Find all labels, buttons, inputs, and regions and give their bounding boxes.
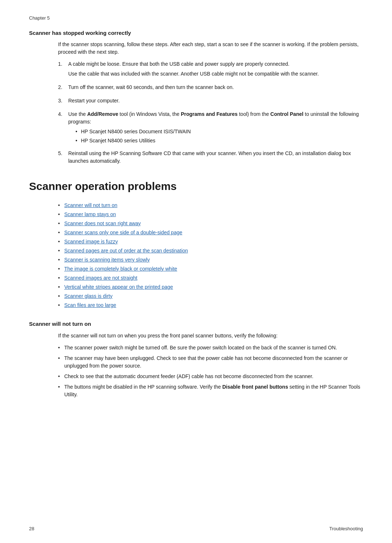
toc-link-11[interactable]: Scanner glass is dirty: [64, 292, 113, 300]
step-3: 3. Restart your computer.: [58, 97, 363, 107]
toc-item-2[interactable]: Scanner lamp stays on: [58, 211, 363, 218]
scanner-not-turn-on-bullets: The scanner power switch might be turned…: [58, 344, 363, 398]
toc-link-4[interactable]: Scanner scans only one side of a double-…: [64, 229, 182, 236]
bullet-power-switch-text: The scanner power switch might be turned…: [64, 344, 337, 352]
step-3-num: 3.: [58, 97, 68, 105]
page: Chapter 5 Scanner has stopped working co…: [0, 0, 392, 543]
bullet-adf-cable-text: Check to see that the automatic document…: [64, 373, 313, 380]
toc-link-9[interactable]: Scanned images are not straight: [64, 274, 138, 282]
step-1-main: A cable might be loose. Ensure that both…: [68, 60, 363, 68]
toc-link-6[interactable]: Scanned pages are out of order at the sc…: [64, 247, 188, 255]
step-2-main: Turn off the scanner, wait 60 seconds, a…: [68, 84, 363, 91]
scanner-operation-heading: Scanner operation problems: [29, 178, 363, 194]
step-4-main: Use the Add/Remove tool (in Windows Vist…: [68, 110, 363, 126]
toc-item-8[interactable]: The image is completely black or complet…: [58, 265, 363, 273]
step-3-content: Restart your computer.: [68, 97, 363, 107]
bullet-unplugged: The scanner may have been unplugged. Che…: [58, 354, 363, 370]
scanner-not-turn-on-body: If the scanner will not turn on when you…: [58, 332, 363, 340]
toc-item-7[interactable]: Scanner is scanning items very slowly: [58, 256, 363, 264]
toc-link-12[interactable]: Scan files are too large: [64, 301, 116, 309]
toc-item-1[interactable]: Scanner will not turn on: [58, 202, 363, 209]
toc-item-11[interactable]: Scanner glass is dirty: [58, 292, 363, 300]
bullet-disabled-buttons-text: The buttons might be disabled in the HP …: [64, 383, 363, 398]
toc-link-10[interactable]: Vertical white stripes appear on the pri…: [64, 283, 173, 291]
toc-link-1[interactable]: Scanner will not turn on: [64, 202, 117, 209]
scanner-not-turn-on-intro: If the scanner will not turn on when you…: [58, 332, 363, 340]
toc-item-10[interactable]: Vertical white stripes appear on the pri…: [58, 283, 363, 291]
step-5: 5. Reinstall using the HP Scanning Softw…: [58, 150, 363, 167]
scanner-stopped-body: If the scanner stops scanning, follow th…: [58, 41, 363, 56]
step-4-content: Use the Add/Remove tool (in Windows Vist…: [68, 110, 363, 146]
step-1: 1. A cable might be loose. Ensure that b…: [58, 60, 363, 80]
bullet-adf-cable: Check to see that the automatic document…: [58, 373, 363, 380]
scanner-operation-toc: Scanner will not turn on Scanner lamp st…: [58, 202, 363, 309]
step-1-num: 1.: [58, 60, 68, 68]
toc-item-3[interactable]: Scanner does not scan right away: [58, 220, 363, 227]
step-5-content: Reinstall using the HP Scanning Software…: [68, 150, 363, 167]
step-2-num: 2.: [58, 84, 68, 91]
bullet-power-switch: The scanner power switch might be turned…: [58, 344, 363, 352]
scanner-stopped-steps: 1. A cable might be loose. Ensure that b…: [29, 60, 363, 167]
step-1-content: A cable might be loose. Ensure that both…: [68, 60, 363, 80]
step-4-num: 4.: [58, 110, 68, 118]
step-3-main: Restart your computer.: [68, 97, 363, 105]
step-5-main: Reinstall using the HP Scanning Software…: [68, 150, 363, 165]
footer-page-number: 28: [29, 525, 34, 532]
footer-section: Troubleshooting: [329, 525, 363, 532]
toc-link-2[interactable]: Scanner lamp stays on: [64, 211, 116, 218]
step-4-bullets: HP Scanjet N8400 series Document ISIS/TW…: [68, 128, 363, 145]
step-1-sub: Use the cable that was included with the…: [68, 70, 363, 78]
bullet-unplugged-text: The scanner may have been unplugged. Che…: [64, 354, 363, 370]
chapter-label: Chapter 5: [29, 15, 363, 22]
toc-item-4[interactable]: Scanner scans only one side of a double-…: [58, 229, 363, 236]
toc-item-12[interactable]: Scan files are too large: [58, 301, 363, 309]
toc-link-7[interactable]: Scanner is scanning items very slowly: [64, 256, 150, 264]
step-5-num: 5.: [58, 150, 68, 157]
step-4: 4. Use the Add/Remove tool (in Windows V…: [58, 110, 363, 146]
toc-link-8[interactable]: The image is completely black or complet…: [64, 265, 177, 273]
toc-link-5[interactable]: Scanned image is fuzzy: [64, 238, 118, 246]
scanner-not-turn-on-heading: Scanner will not turn on: [29, 320, 363, 328]
toc-item-6[interactable]: Scanned pages are out of order at the sc…: [58, 247, 363, 255]
toc-item-9[interactable]: Scanned images are not straight: [58, 274, 363, 282]
step-2-content: Turn off the scanner, wait 60 seconds, a…: [68, 84, 363, 93]
toc-link-3[interactable]: Scanner does not scan right away: [64, 220, 141, 227]
page-footer: 28 Troubleshooting: [29, 525, 363, 532]
bullet-disabled-buttons: The buttons might be disabled in the HP …: [58, 383, 363, 398]
toc-item-5[interactable]: Scanned image is fuzzy: [58, 238, 363, 246]
step-4-bullet-1: HP Scanjet N8400 series Document ISIS/TW…: [75, 128, 363, 135]
scanner-stopped-heading: Scanner has stopped working correctly: [29, 29, 363, 37]
step-4-bullet-2: HP Scanjet N8400 series Utilities: [75, 137, 363, 145]
scanner-stopped-intro: If the scanner stops scanning, follow th…: [58, 41, 363, 56]
step-2: 2. Turn off the scanner, wait 60 seconds…: [58, 84, 363, 93]
